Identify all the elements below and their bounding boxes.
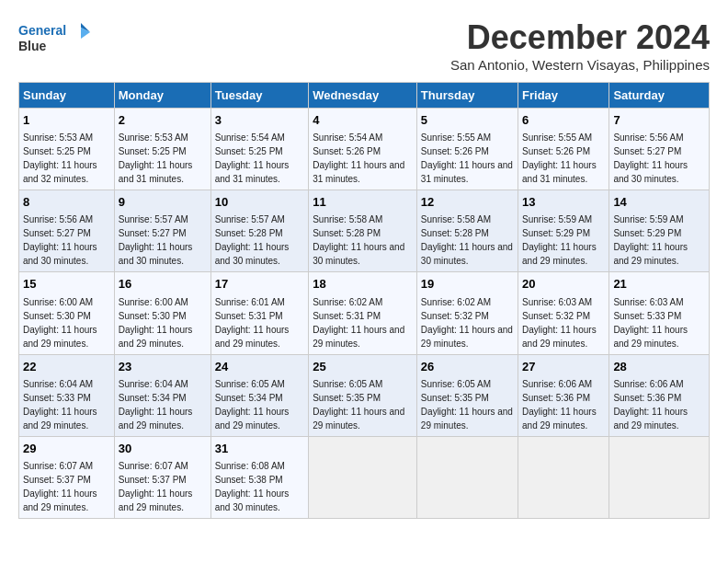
calendar-cell: 22 Sunrise: 6:04 AM Sunset: 5:33 PM Dayl… [19,354,115,436]
week-row-2: 8 Sunrise: 5:56 AM Sunset: 5:27 PM Dayli… [19,190,710,272]
daylight-info: Daylight: 11 hours and 31 minutes. [313,160,404,184]
daylight-info: Daylight: 11 hours and 29 minutes. [119,407,193,431]
day-number: 9 [119,194,207,211]
sunset-info: Sunset: 5:28 PM [215,228,283,238]
day-number: 27 [522,359,605,375]
week-row-3: 15 Sunrise: 6:00 AM Sunset: 5:30 PM Dayl… [19,272,710,354]
svg-text:General: General [18,23,66,38]
sunrise-info: Sunrise: 6:00 AM [119,297,188,307]
sunset-info: Sunset: 5:35 PM [313,393,381,403]
daylight-info: Daylight: 11 hours and 29 minutes. [421,325,513,349]
sunrise-info: Sunrise: 6:07 AM [23,461,93,471]
logo-svg: General Blue [18,18,92,60]
calendar-cell: 12 Sunrise: 5:58 AM Sunset: 5:28 PM Dayl… [416,190,518,272]
day-number: 19 [421,276,514,293]
daylight-info: Daylight: 11 hours and 29 minutes. [522,242,597,266]
calendar-cell: 17 Sunrise: 6:01 AM Sunset: 5:31 PM Dayl… [210,272,308,354]
week-row-5: 29 Sunrise: 6:07 AM Sunset: 5:37 PM Dayl… [19,436,710,518]
sunset-info: Sunset: 5:25 PM [119,146,187,156]
daylight-info: Daylight: 11 hours and 29 minutes. [522,407,597,431]
daylight-info: Daylight: 11 hours and 32 minutes. [23,160,97,184]
day-number: 6 [522,112,605,129]
column-header-sunday: Sunday [19,83,115,109]
calendar-cell: 29 Sunrise: 6:07 AM Sunset: 5:37 PM Dayl… [19,436,115,518]
sunrise-info: Sunrise: 5:59 AM [613,214,683,224]
calendar-cell: 6 Sunrise: 5:55 AM Sunset: 5:26 PM Dayli… [518,109,609,190]
sunrise-info: Sunrise: 5:54 AM [313,132,382,143]
calendar-cell [518,436,609,518]
daylight-info: Daylight: 11 hours and 31 minutes. [119,160,193,184]
daylight-info: Daylight: 11 hours and 31 minutes. [421,160,513,184]
sunrise-info: Sunrise: 5:56 AM [613,132,683,143]
sunset-info: Sunset: 5:25 PM [215,146,283,156]
calendar-cell: 19 Sunrise: 6:02 AM Sunset: 5:32 PM Dayl… [416,272,518,354]
calendar-cell: 5 Sunrise: 5:55 AM Sunset: 5:26 PM Dayli… [416,109,518,190]
column-header-thursday: Thursday [416,83,518,109]
sunrise-info: Sunrise: 6:02 AM [421,297,491,307]
calendar-cell: 4 Sunrise: 5:54 AM Sunset: 5:26 PM Dayli… [309,109,417,190]
day-number: 30 [119,441,207,457]
daylight-info: Daylight: 11 hours and 30 minutes. [313,242,404,266]
logo: General Blue [18,18,92,60]
daylight-info: Daylight: 11 hours and 29 minutes. [613,325,688,349]
daylight-info: Daylight: 11 hours and 29 minutes. [313,407,404,431]
calendar-cell: 28 Sunrise: 6:06 AM Sunset: 5:36 PM Dayl… [609,354,710,436]
day-number: 28 [613,359,705,375]
daylight-info: Daylight: 11 hours and 30 minutes. [215,488,290,512]
daylight-info: Daylight: 11 hours and 30 minutes. [119,242,193,266]
sunset-info: Sunset: 5:28 PM [421,228,489,238]
column-header-friday: Friday [518,83,609,109]
daylight-info: Daylight: 11 hours and 29 minutes. [119,325,193,349]
sunrise-info: Sunrise: 6:05 AM [421,379,491,389]
day-number: 12 [421,194,514,211]
sunset-info: Sunset: 5:30 PM [23,311,91,321]
calendar-cell: 18 Sunrise: 6:02 AM Sunset: 5:31 PM Dayl… [309,272,417,354]
sunset-info: Sunset: 5:31 PM [313,311,381,321]
sunset-info: Sunset: 5:26 PM [313,146,381,156]
sunset-info: Sunset: 5:28 PM [313,228,381,238]
calendar-cell: 9 Sunrise: 5:57 AM Sunset: 5:27 PM Dayli… [114,190,210,272]
calendar-cell: 24 Sunrise: 6:05 AM Sunset: 5:34 PM Dayl… [210,354,308,436]
sunset-info: Sunset: 5:26 PM [522,146,590,156]
sunrise-info: Sunrise: 6:00 AM [23,297,93,307]
sunset-info: Sunset: 5:29 PM [522,228,590,238]
daylight-info: Daylight: 11 hours and 29 minutes. [23,407,97,431]
sunset-info: Sunset: 5:33 PM [613,311,681,321]
daylight-info: Daylight: 11 hours and 31 minutes. [215,160,290,184]
header: General Blue December 2024 San Antonio, … [18,18,710,73]
sunrise-info: Sunrise: 6:05 AM [215,379,285,389]
day-number: 15 [23,276,110,293]
day-number: 16 [119,276,207,293]
sunrise-info: Sunrise: 6:06 AM [613,379,683,389]
sunset-info: Sunset: 5:32 PM [522,311,590,321]
daylight-info: Daylight: 11 hours and 29 minutes. [119,488,193,512]
calendar-cell [416,436,518,518]
day-number: 20 [522,276,605,293]
sunrise-info: Sunrise: 5:55 AM [522,132,592,143]
title-area: December 2024 San Antonio, Western Visay… [450,18,710,73]
sunset-info: Sunset: 5:27 PM [613,146,681,156]
sunrise-info: Sunrise: 5:57 AM [119,214,188,224]
calendar-cell: 25 Sunrise: 6:05 AM Sunset: 5:35 PM Dayl… [309,354,417,436]
daylight-info: Daylight: 11 hours and 29 minutes. [215,407,290,431]
calendar-cell: 2 Sunrise: 5:53 AM Sunset: 5:25 PM Dayli… [114,109,210,190]
column-header-wednesday: Wednesday [309,83,417,109]
sunrise-info: Sunrise: 6:02 AM [313,297,382,307]
subtitle: San Antonio, Western Visayas, Philippine… [450,57,710,73]
daylight-info: Daylight: 11 hours and 31 minutes. [522,160,597,184]
calendar-cell [309,436,417,518]
calendar-cell: 7 Sunrise: 5:56 AM Sunset: 5:27 PM Dayli… [609,109,710,190]
day-number: 25 [313,359,413,375]
sunrise-info: Sunrise: 5:58 AM [313,214,382,224]
daylight-info: Daylight: 11 hours and 29 minutes. [613,407,688,431]
sunrise-info: Sunrise: 6:04 AM [23,379,93,389]
daylight-info: Daylight: 11 hours and 29 minutes. [23,325,97,349]
header-row: SundayMondayTuesdayWednesdayThursdayFrid… [19,83,710,109]
sunrise-info: Sunrise: 5:53 AM [23,132,93,143]
sunset-info: Sunset: 5:37 PM [23,475,91,485]
calendar-cell: 14 Sunrise: 5:59 AM Sunset: 5:29 PM Dayl… [609,190,710,272]
calendar-cell: 15 Sunrise: 6:00 AM Sunset: 5:30 PM Dayl… [19,272,115,354]
day-number: 23 [119,359,207,375]
calendar-cell: 31 Sunrise: 6:08 AM Sunset: 5:38 PM Dayl… [210,436,308,518]
week-row-4: 22 Sunrise: 6:04 AM Sunset: 5:33 PM Dayl… [19,354,710,436]
